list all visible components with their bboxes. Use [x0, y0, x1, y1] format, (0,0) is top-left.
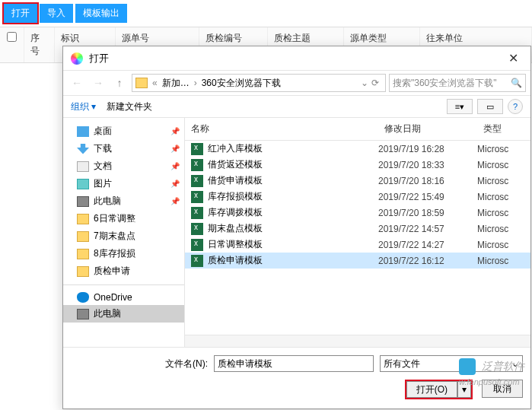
- file-row[interactable]: 库存报损模板2019/7/22 15:49Microsc: [185, 189, 530, 205]
- top-toolbar: 打开 导入 模板输出: [0, 0, 532, 27]
- view-buttons: ≡▾ ▭ ?: [447, 99, 523, 114]
- select-all-checkbox[interactable]: [7, 32, 17, 42]
- pc-icon: [77, 196, 89, 207]
- open-split-button: 打开(O) ▾: [405, 380, 473, 399]
- pin-icon: 📌: [170, 197, 180, 205]
- desktop-icon: [77, 126, 89, 137]
- tree-item[interactable]: 此电脑: [63, 305, 184, 323]
- filename-label: 文件名(N):: [165, 358, 208, 370]
- pin-icon: 📌: [170, 145, 180, 153]
- folder-icon: [77, 231, 89, 242]
- file-row[interactable]: 质检申请模板2019/7/22 16:12Microsc: [185, 253, 530, 269]
- search-icon: 🔍: [511, 78, 522, 88]
- excel-icon: [191, 175, 203, 187]
- open-dropdown-button[interactable]: ▾: [457, 381, 471, 398]
- dialog-title: 打开: [89, 52, 109, 65]
- tree-item[interactable]: 图片📌: [63, 175, 184, 192]
- col-seq[interactable]: 序号: [24, 27, 55, 62]
- address-bar: ← → ↑ « 新加… › 360安全浏览器下载 ⌄ ⟳ 搜索"360安全浏览器…: [63, 70, 530, 96]
- pc-icon: [77, 309, 89, 319]
- file-row[interactable]: 借货申请模板2019/7/20 18:16Microsc: [185, 173, 530, 189]
- file-list: 名称 修改日期 类型 红冲入库模板2019/7/19 16:28Microsc借…: [185, 118, 530, 347]
- folder-icon: [77, 214, 89, 224]
- close-icon[interactable]: ✕: [504, 51, 523, 65]
- open-button[interactable]: 打开: [4, 4, 37, 23]
- chevron-right-icon: ›: [193, 78, 199, 88]
- nav-forward-button[interactable]: →: [89, 74, 107, 92]
- excel-icon: [191, 191, 203, 203]
- file-row[interactable]: 期末盘点模板2019/7/22 14:57Microsc: [185, 221, 530, 237]
- excel-icon: [191, 239, 203, 251]
- cancel-button[interactable]: 取消: [482, 380, 523, 398]
- col-date[interactable]: 修改日期: [378, 118, 477, 140]
- tree-item[interactable]: 8库存报损: [63, 245, 184, 262]
- new-folder-button[interactable]: 新建文件夹: [107, 100, 152, 113]
- preview-pane-button[interactable]: ▭: [477, 99, 503, 114]
- nav-up-button[interactable]: ↑: [110, 74, 129, 92]
- tree-item[interactable]: 此电脑📌: [63, 192, 184, 210]
- excel-icon: [191, 159, 203, 171]
- pic-icon: [77, 179, 89, 189]
- template-export-button[interactable]: 模板输出: [75, 4, 127, 23]
- chevron-left-icon: «: [151, 78, 159, 88]
- open-file-button[interactable]: 打开(O): [406, 381, 457, 398]
- app-icon: [71, 52, 83, 65]
- filename-input[interactable]: [214, 355, 374, 372]
- file-header: 名称 修改日期 类型: [185, 118, 530, 141]
- excel-icon: [191, 143, 203, 155]
- cloud-icon: [77, 292, 89, 303]
- filter-value: 所有文件: [384, 358, 420, 370]
- nav-back-button[interactable]: ←: [68, 74, 86, 92]
- horizontal-scrollbar[interactable]: [185, 335, 530, 347]
- search-placeholder: 搜索"360安全浏览器下载": [393, 77, 497, 90]
- file-row[interactable]: 红冲入库模板2019/7/19 16:28Microsc: [185, 141, 530, 157]
- excel-icon: [191, 207, 203, 219]
- col-type[interactable]: 类型: [477, 118, 530, 140]
- dialog-body: 桌面📌下载📌文档📌图片📌此电脑📌6日常调整7期末盘点8库存报损质检申请OneDr…: [63, 118, 530, 347]
- dialog-titlebar: 打开 ✕: [63, 46, 530, 70]
- tree-item[interactable]: 桌面📌: [63, 122, 184, 140]
- tree-item[interactable]: 文档📌: [63, 157, 184, 175]
- dialog-footer: 文件名(N): 所有文件 ⌄ 打开(O) ▾ 取消: [63, 347, 530, 408]
- folder-icon: [77, 266, 89, 277]
- pin-icon: 📌: [170, 162, 180, 170]
- open-dialog: 打开 ✕ ← → ↑ « 新加… › 360安全浏览器下载 ⌄ ⟳ 搜索"360…: [62, 46, 531, 409]
- file-body: 红冲入库模板2019/7/19 16:28Microsc借货返还模板2019/7…: [185, 141, 530, 335]
- file-row[interactable]: 库存调拨模板2019/7/20 18:59Microsc: [185, 205, 530, 221]
- pin-icon: 📌: [170, 180, 180, 188]
- import-button[interactable]: 导入: [40, 4, 73, 23]
- tree-item[interactable]: 质检申请: [63, 262, 184, 280]
- organize-menu[interactable]: 组织 ▾: [71, 100, 96, 113]
- file-filter-select[interactable]: 所有文件 ⌄: [380, 355, 523, 372]
- tree-item[interactable]: 下载📌: [63, 140, 184, 157]
- dl-icon: [77, 144, 89, 154]
- col-name[interactable]: 名称: [185, 118, 378, 140]
- file-row[interactable]: 日常调整模板2019/7/22 14:27Microsc: [185, 237, 530, 253]
- tree-item[interactable]: 6日常调整: [63, 210, 184, 227]
- nav-tree: 桌面📌下载📌文档📌图片📌此电脑📌6日常调整7期末盘点8库存报损质检申请OneDr…: [63, 118, 185, 347]
- breadcrumb[interactable]: « 新加… › 360安全浏览器下载 ⌄ ⟳: [132, 74, 386, 92]
- pin-icon: 📌: [170, 127, 180, 135]
- select-all-cell[interactable]: [0, 27, 24, 62]
- file-row[interactable]: 借货返还模板2019/7/20 18:33Microsc: [185, 157, 530, 173]
- doc-icon: [77, 161, 89, 172]
- chevron-down-icon: ⌄: [511, 358, 519, 369]
- crumb-dropdown-icon[interactable]: ⌄: [361, 78, 368, 88]
- help-button[interactable]: ?: [508, 99, 523, 114]
- tree-item[interactable]: OneDrive: [63, 290, 184, 305]
- view-mode-button[interactable]: ≡▾: [447, 99, 473, 114]
- search-input[interactable]: 搜索"360安全浏览器下载" 🔍: [389, 74, 526, 92]
- excel-icon: [191, 223, 203, 235]
- folder-icon: [77, 249, 89, 259]
- crumb-seg-b[interactable]: 360安全浏览器下载: [199, 77, 284, 90]
- tree-item[interactable]: 7期末盘点: [63, 227, 184, 245]
- crumb-seg-a[interactable]: 新加…: [159, 77, 193, 90]
- folder-icon: [135, 78, 148, 88]
- excel-icon: [191, 255, 203, 267]
- organize-bar: 组织 ▾ 新建文件夹 ≡▾ ▭ ?: [63, 96, 530, 118]
- refresh-icon[interactable]: ⟳: [368, 78, 382, 88]
